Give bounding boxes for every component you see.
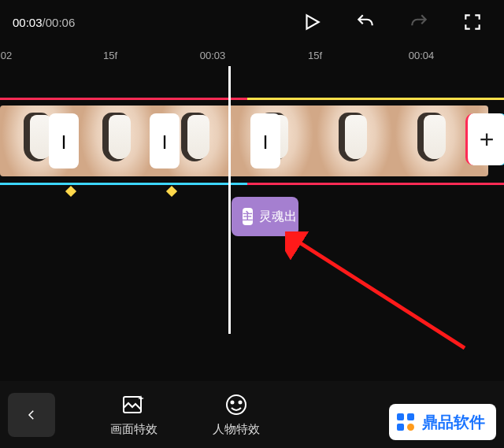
add-clip-button[interactable]: + [465,113,504,165]
track-border-top [0,98,504,100]
svg-rect-8 [407,413,414,420]
person-effects-button[interactable]: 人物特效 [213,392,260,437]
keyframe-diamond[interactable] [166,186,177,197]
watermark: 鼎品软件 [389,404,496,440]
timecode: 00:03/00:06 [13,16,75,29]
ruler-tick: 02 [1,50,12,61]
cut-handle[interactable]: | [49,113,79,168]
clip-frame[interactable] [79,106,158,176]
clip-frame[interactable] [315,106,394,176]
screen-effects-label: 画面特效 [110,422,158,437]
svg-line-2 [295,239,465,348]
ruler-tick: 15f [308,50,322,61]
watermark-text: 鼎品软件 [422,412,485,433]
ruler-tick: 00:04 [409,50,435,61]
effect-badge: 主 [243,208,253,225]
cut-handle[interactable]: | [150,113,180,168]
ruler-tick: 00:03 [200,50,226,61]
timeline-ruler[interactable]: 0215f00:0315f00:04 [0,44,504,66]
cut-handle[interactable]: | [250,113,280,168]
undo-button[interactable] [354,11,376,33]
image-sparkle-icon [121,392,146,417]
fullscreen-button[interactable] [461,11,484,33]
screen-effects-button[interactable]: 画面特效 [110,392,158,437]
annotation-arrow [285,231,466,350]
svg-marker-0 [307,15,319,28]
svg-point-5 [232,402,234,404]
watermark-icon [395,412,416,432]
back-button[interactable] [8,393,55,437]
plus-icon: + [480,125,495,154]
playhead[interactable] [228,66,231,334]
svg-rect-10 [407,424,414,431]
effect-clip[interactable]: 主 灵魂出 [232,197,298,236]
play-button[interactable] [301,11,323,33]
total-time: 00:06 [46,16,76,29]
keyframe-diamond[interactable] [65,186,76,197]
track-border-bottom [0,183,504,185]
svg-point-6 [239,402,242,404]
top-bar: 00:03/00:06 [0,0,504,44]
svg-point-4 [227,395,246,414]
top-controls [301,11,484,33]
effect-label: 灵魂出 [259,209,297,225]
face-icon [224,392,249,417]
clip-frame[interactable] [394,106,472,176]
person-effects-label: 人物特效 [213,422,260,437]
ruler-tick: 15f [103,50,117,61]
current-time: 00:03 [13,16,43,29]
svg-rect-9 [397,424,404,431]
svg-rect-7 [397,413,404,420]
redo-button[interactable] [408,11,430,33]
